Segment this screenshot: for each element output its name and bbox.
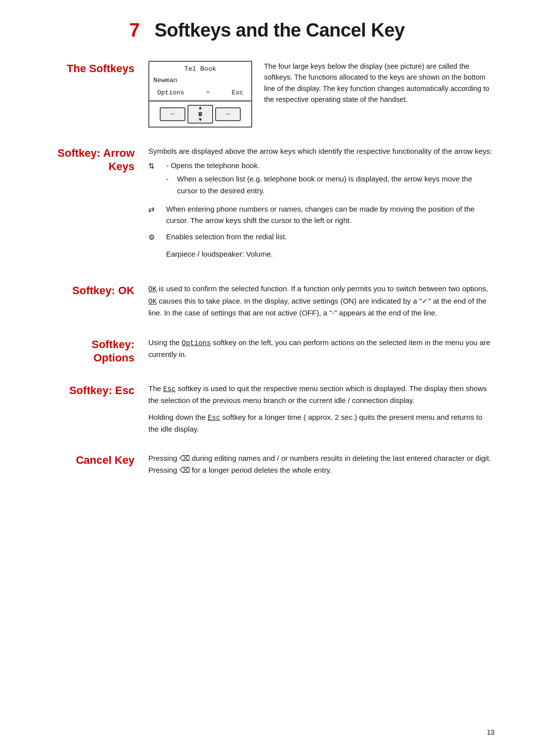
softkey-ok-text: OK is used to confirm the selected funct… (148, 283, 494, 319)
esc-code-2: Esc (208, 414, 220, 422)
bullet-text-2: When entering phone numbers or names, ch… (166, 203, 494, 226)
cancel-key-section: Cancel Key Pressing ⌫ during editing nam… (40, 452, 494, 476)
display-row-1: Tel Book (153, 64, 247, 75)
esc-code-1: Esc (163, 385, 176, 393)
bullet-text-4: Earpiece / loudspeaker: Volume. (166, 248, 494, 260)
arrow-keys-label: Softkey: Arrow Keys (40, 145, 148, 265)
cancel-icon-2: ⌫ (179, 466, 190, 474)
softkey-options-label: Softkey: Options (40, 337, 148, 365)
title-text: Softkeys and the Cancel Key (154, 20, 404, 41)
softkey-options-section: Softkey: Options Using the Options softk… (40, 337, 494, 365)
softkey-ok-content: OK is used to confirm the selected funct… (148, 283, 494, 319)
page-title: 7 Softkeys and the Cancel Key (40, 20, 494, 41)
sub-list-item: When a selection list (e.g. telephone bo… (166, 173, 494, 196)
options-code: Options (182, 339, 211, 347)
bullet-symbol-volume (148, 248, 159, 260)
sub-list: When a selection list (e.g. telephone bo… (166, 173, 494, 196)
softkey-esc-para1: The Esc softkey is used to quit the resp… (148, 383, 494, 406)
list-item: ⚙ Enables selection from the redial list… (148, 231, 494, 243)
cancel-key-content: Pressing ⌫ during editing names and / or… (148, 452, 494, 476)
arrow-keys-section: Softkey: Arrow Keys Symbols are displaye… (40, 145, 494, 265)
left-softkey-btn[interactable]: — (160, 107, 185, 121)
phone-icon: ☎ (198, 111, 202, 118)
arrow-down-icon: ▼ (199, 118, 202, 123)
list-item: Earpiece / loudspeaker: Volume. (148, 248, 494, 260)
cancel-key-label: Cancel Key (40, 452, 148, 476)
page-number: 13 (487, 728, 494, 736)
display-row-2: Newman (153, 75, 247, 87)
softkey-options-text: Using the Options softkey on the left, y… (148, 337, 494, 360)
bullet-text-3: Enables selection from the redial list. (166, 231, 494, 242)
key-row: — ▲ ☎ ▼ — (149, 101, 251, 127)
ok-code-2: OK (148, 298, 157, 306)
list-item: ⇅ - Opens the telephone book. When a sel… (148, 160, 494, 198)
softkey-ok-section: Softkey: OK OK is used to confirm the se… (40, 283, 494, 319)
cancel-icon: ⌫ (179, 454, 190, 462)
right-softkey-icon: — (226, 109, 230, 119)
bullet-symbol-redial: ⚙ (148, 231, 159, 243)
right-softkey-btn[interactable]: — (215, 107, 241, 121)
display-row-3: Options ÷ Esc (153, 87, 247, 99)
bullet-symbol-cursor: ⇄ (148, 203, 159, 215)
display-mockup: Tel Book Newman Options ÷ Esc — (148, 61, 252, 128)
chapter-number: 7 (130, 20, 140, 41)
softkey-options-content: Using the Options softkey on the left, y… (148, 337, 494, 365)
softkey-ok-label: Softkey: OK (40, 283, 148, 319)
nav-btn[interactable]: ▲ ☎ ▼ (187, 105, 213, 124)
softkeys-description: The four large keys below the display (s… (264, 61, 494, 105)
softkey-esc-section: Softkey: Esc The Esc softkey is used to … (40, 383, 494, 435)
softkeys-section: The Softkeys Tel Book Newman Options ÷ E… (40, 61, 494, 128)
bullet-text-1: - Opens the telephone book. When a selec… (166, 160, 494, 198)
softkeys-content: Tel Book Newman Options ÷ Esc — (148, 61, 494, 128)
arrow-keys-intro: Symbols are displayed above the arrow ke… (148, 145, 494, 157)
arrow-keys-list: ⇅ - Opens the telephone book. When a sel… (148, 160, 494, 260)
arrow-keys-content: Symbols are displayed above the arrow ke… (148, 145, 494, 265)
softkey-esc-para2: Holding down the Esc softkey for a longe… (148, 411, 494, 435)
bullet-symbol-divide: ⇅ (148, 160, 159, 172)
softkey-esc-label: Softkey: Esc (40, 383, 148, 435)
softkeys-intro: Tel Book Newman Options ÷ Esc — (148, 61, 494, 128)
display-screen: Tel Book Newman Options ÷ Esc (149, 62, 251, 101)
softkeys-label: The Softkeys (40, 61, 148, 128)
ok-code-1: OK (148, 285, 157, 293)
left-softkey-icon: — (171, 109, 175, 119)
cancel-key-text: Pressing ⌫ during editing names and / or… (148, 452, 494, 476)
softkey-esc-content: The Esc softkey is used to quit the resp… (148, 383, 494, 435)
list-item: ⇄ When entering phone numbers or names, … (148, 203, 494, 226)
